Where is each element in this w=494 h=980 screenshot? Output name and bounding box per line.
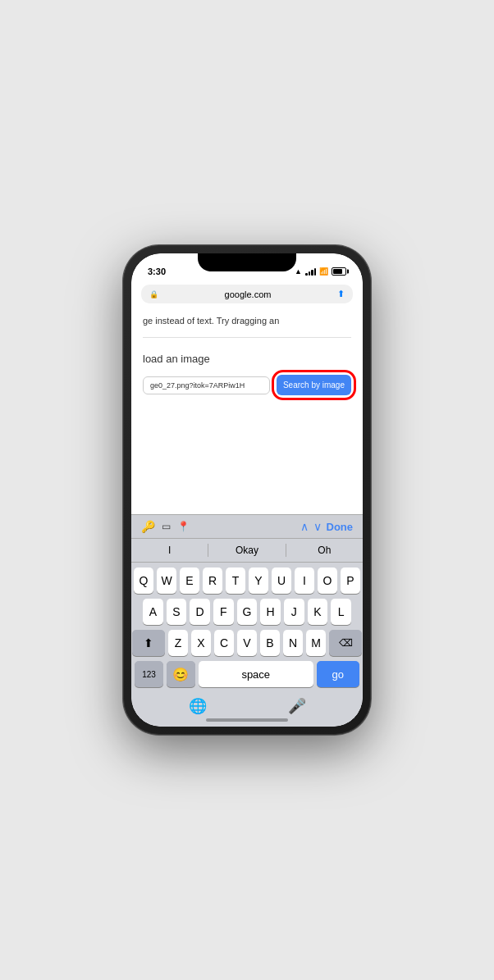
key-y[interactable]: Y [249,567,268,594]
go-key[interactable]: go [317,661,359,687]
globe-icon[interactable]: 🌐 [189,697,207,715]
address-bar-inner[interactable]: 🔒 google.com ⬆ [141,285,353,303]
url-text[interactable]: google.com [163,289,332,299]
key-row-1: Q W E R T Y U I O P [135,567,359,594]
keyboard-container: 🔑 ▭ 📍 ∧ ∨ Done I Okay [131,514,363,727]
key-n[interactable]: N [283,630,303,656]
key-h[interactable]: H [260,599,281,625]
toolbar-nav: ∧ ∨ Done [300,520,354,533]
key-row-3: ⬆ Z X C V B N M ⌫ [135,630,359,656]
key-v[interactable]: V [237,630,257,656]
key-l[interactable]: L [331,599,351,625]
share-icon[interactable]: ⬆ [337,289,345,299]
battery-icon [332,267,346,276]
predictive-word-2[interactable]: Okay [208,545,285,556]
url-input-row: ge0_27.png?itok=7ARPiw1H Search by image [143,375,351,395]
search-by-image-button[interactable]: Search by image [277,375,351,395]
key-b[interactable]: B [260,630,280,656]
toolbar-icons: 🔑 ▭ 📍 [141,520,190,533]
nav-down-arrow[interactable]: ∨ [313,520,322,533]
home-indicator[interactable] [206,718,288,722]
status-icons: ▲ 📶 [295,267,346,276]
key-z[interactable]: Z [168,630,188,656]
key-r[interactable]: R [203,567,222,594]
num-key[interactable]: 123 [135,661,163,687]
key-a[interactable]: A [143,599,163,625]
mic-icon[interactable]: 🎤 [288,697,306,715]
key-row-2: A S D F G H J K L [135,599,359,625]
status-time: 3:30 [148,267,166,276]
phone-frame: 3:30 ▲ 📶 🔒 [123,245,371,735]
done-button[interactable]: Done [327,521,354,533]
key-c[interactable]: C [214,630,234,656]
predictive-word-3[interactable]: Oh [286,545,363,556]
key-k[interactable]: K [308,599,328,625]
wifi-icon: 📶 [319,267,328,276]
backspace-key[interactable]: ⌫ [329,630,362,656]
key-s[interactable]: S [167,599,187,625]
key-row-bottom: 123 😊 space go [135,661,359,687]
notch [198,253,296,271]
upload-label: load an image [143,353,351,365]
url-input-field[interactable]: ge0_27.png?itok=7ARPiw1H [143,376,270,394]
key-icon[interactable]: 🔑 [141,520,155,533]
phone-inner: 3:30 ▲ 📶 🔒 [131,253,363,727]
keyboard-toolbar: 🔑 ▭ 📍 ∧ ∨ Done [131,514,363,539]
shift-key[interactable]: ⬆ [132,630,165,656]
description-text: ge instead of text. Try dragging an [143,315,351,327]
key-f[interactable]: F [213,599,234,625]
signal-icon [305,267,316,276]
key-m[interactable]: M [306,630,326,656]
lock-icon: 🔒 [149,290,158,299]
section-divider [143,337,351,338]
key-x[interactable]: X [191,630,211,656]
key-g[interactable]: G [237,599,258,625]
browser-content: ge instead of text. Try dragging an load… [131,307,363,514]
space-key[interactable]: space [199,661,313,687]
screen: 3:30 ▲ 📶 🔒 [131,253,363,727]
key-t[interactable]: T [226,567,245,594]
keyboard-rows: Q W E R T Y U I O P A S [131,563,363,691]
key-w[interactable]: W [157,567,176,594]
card-icon[interactable]: ▭ [162,521,171,532]
key-q[interactable]: Q [134,567,153,594]
key-u[interactable]: U [272,567,291,594]
key-i[interactable]: I [295,567,314,594]
key-p[interactable]: P [341,567,360,594]
predictive-word-1[interactable]: I [131,545,208,556]
key-j[interactable]: J [284,599,304,625]
address-bar[interactable]: 🔒 google.com ⬆ [131,281,363,307]
predictive-bar: I Okay Oh [131,539,363,563]
emoji-key[interactable]: 😊 [167,661,195,687]
location-icon: ▲ [295,267,302,276]
key-d[interactable]: D [190,599,210,625]
key-e[interactable]: E [180,567,199,594]
nav-up-arrow[interactable]: ∧ [300,520,309,533]
pin-icon[interactable]: 📍 [177,521,190,532]
key-o[interactable]: O [318,567,337,594]
